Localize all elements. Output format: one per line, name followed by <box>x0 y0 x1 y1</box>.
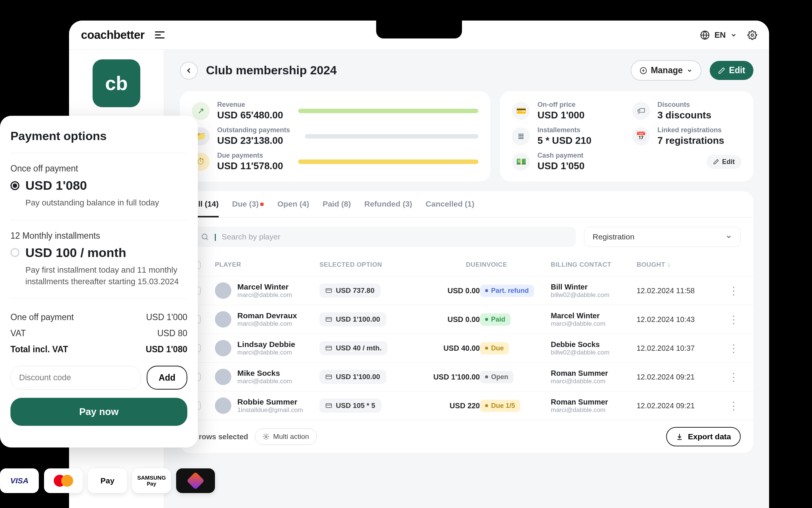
col-invoice[interactable]: INVOICE <box>480 261 551 269</box>
pay-now-button[interactable]: Pay now <box>10 398 187 426</box>
status-tabs: All (14) Due (3) Open (4) Paid (8) Refun… <box>180 191 753 218</box>
row-menu-icon[interactable]: ⋮ <box>722 313 745 326</box>
due-amount: USD 40.00 <box>409 344 480 353</box>
billing-contact-email: marci@dabble.com <box>551 378 637 385</box>
tab-refunded[interactable]: Refunded (3) <box>364 199 412 217</box>
selected-option-chip: USD 1'100.00 <box>319 370 386 384</box>
svg-rect-8 <box>326 404 332 408</box>
multi-action-button[interactable]: Multi action <box>255 428 317 445</box>
page-title: Club membership 2024 <box>206 64 622 77</box>
tab-open[interactable]: Open (4) <box>277 199 309 217</box>
outstanding-label: Outstanding payments <box>217 126 290 134</box>
due-value: USD 11'578.00 <box>217 160 283 172</box>
club-logo[interactable]: cb <box>93 59 140 107</box>
payment-summary: One off paymentUSD 1'000 VATUSD 80 Total… <box>10 298 187 437</box>
invoice-badge: Part. refund <box>480 285 534 297</box>
chevron-down-icon <box>725 233 732 240</box>
due-amount: USD 220 <box>409 402 480 410</box>
filter-dropdown[interactable]: Registration <box>584 227 741 247</box>
selected-option-chip: USD 105 * 5 <box>319 399 381 413</box>
pencil-icon <box>718 67 725 74</box>
once-off-option[interactable]: Once off payment USD 1'080 Pay outstandi… <box>10 153 187 220</box>
edit-price-button[interactable]: Edit <box>706 155 741 169</box>
trend-up-icon: ↗ <box>192 102 210 120</box>
settings-gear-icon[interactable] <box>747 30 757 40</box>
revenue-value: USD 65'480.00 <box>217 109 283 121</box>
table-row[interactable]: Marcel Wintermarci@dabble.com USD 737.80… <box>180 276 753 305</box>
rows-selected-label: 0 rows selected <box>193 433 248 441</box>
svg-point-9 <box>265 436 267 438</box>
gear-icon <box>263 433 269 440</box>
tab-paid[interactable]: Paid (8) <box>322 199 351 217</box>
menu-toggle-icon[interactable] <box>155 31 165 38</box>
row-menu-icon[interactable]: ⋮ <box>722 400 745 412</box>
payment-options-card: Payment options Once off payment USD 1'0… <box>0 116 198 447</box>
due-label: Due payments <box>217 152 283 159</box>
brand-logo: coachbetter <box>81 28 144 42</box>
col-player[interactable]: PLAYER <box>215 261 319 269</box>
col-billing-contact[interactable]: BILLING CONTACT <box>551 261 637 269</box>
billing-contact-email: billw02@dabble.com <box>551 349 637 356</box>
discount-code-input[interactable] <box>10 366 141 390</box>
bought-timestamp: 12.02.2024 10:37 <box>637 344 722 353</box>
table-row[interactable]: Roman Devrauxmarci@dabble.com USD 1'100.… <box>180 305 753 334</box>
col-bought[interactable]: BOUGHT ↓ <box>637 261 722 269</box>
pencil-icon <box>713 159 719 165</box>
table-header: PLAYER SELECTED OPTION DUE INVOICE BILLI… <box>180 256 753 276</box>
table-footer: 0 rows selected Multi action Export data <box>180 420 753 453</box>
selected-option-chip: USD 40 / mth. <box>319 341 387 355</box>
payment-method-badges: VISA Pay SAMSUNGPay <box>0 468 215 493</box>
add-discount-button[interactable]: Add <box>147 366 187 390</box>
table-row[interactable]: Mike Socksmarci@dabble.com USD 1'100.00 … <box>180 362 753 391</box>
calendar-icon: 📅 <box>632 127 650 145</box>
billing-contact-name: Roman Summer <box>551 369 637 378</box>
card-icon <box>325 287 332 294</box>
table-row[interactable]: Lindsay Debbiemarci@dabble.com USD 40 / … <box>180 334 753 362</box>
stats-row: ↗ Revenue USD 65'480.00 📁 Outstanding pa… <box>180 91 753 182</box>
tab-due[interactable]: Due (3) <box>232 199 264 217</box>
table-filters: | Search by player Registration <box>180 218 753 256</box>
radio-selected-icon[interactable] <box>10 181 19 190</box>
invoice-badge: Open <box>480 371 513 383</box>
billing-contact-email: marci@dabble.com <box>551 406 637 414</box>
layers-icon: ≣ <box>512 127 530 145</box>
avatar <box>215 311 231 328</box>
export-button[interactable]: Export data <box>666 427 741 446</box>
edit-button[interactable]: Edit <box>710 61 753 80</box>
globe-icon <box>700 30 710 40</box>
avatar <box>215 369 231 385</box>
card-icon <box>325 402 332 409</box>
revenue-label: Revenue <box>217 101 283 109</box>
table-row[interactable]: Robbie Summer1installdue@gmail.com USD 1… <box>180 391 753 420</box>
player-name: Robbie Summer <box>237 397 303 406</box>
avatar <box>215 282 231 299</box>
language-selector[interactable]: EN <box>700 30 737 40</box>
billing-contact-email: billw02@dabble.com <box>551 291 637 299</box>
player-name: Mike Socks <box>237 369 292 378</box>
cash-icon: 💵 <box>512 153 530 171</box>
radio-unselected-icon[interactable] <box>10 248 19 257</box>
row-menu-icon[interactable]: ⋮ <box>722 342 745 354</box>
tab-cancelled[interactable]: Cancelled (1) <box>426 199 475 217</box>
back-button[interactable] <box>180 62 198 80</box>
row-menu-icon[interactable]: ⋮ <box>722 371 745 383</box>
visa-badge: VISA <box>0 468 39 493</box>
installments-option[interactable]: 12 Monthly installments USD 100 / month … <box>10 220 187 299</box>
svg-rect-5 <box>326 318 332 322</box>
card-icon <box>325 316 332 323</box>
row-menu-icon[interactable]: ⋮ <box>722 285 745 297</box>
col-due[interactable]: DUE <box>409 261 480 269</box>
card-icon <box>325 345 332 351</box>
due-amount: USD 0.00 <box>409 286 480 295</box>
player-email: marci@dabble.com <box>237 378 292 385</box>
player-email: 1installdue@gmail.com <box>237 406 303 414</box>
language-code: EN <box>714 30 726 40</box>
manage-button[interactable]: Manage <box>631 60 702 81</box>
bought-timestamp: 12.02.2024 10:43 <box>637 315 722 324</box>
col-selected-option[interactable]: SELECTED OPTION <box>319 261 409 269</box>
svg-point-3 <box>202 234 207 239</box>
manage-icon <box>640 67 647 74</box>
search-input[interactable]: | Search by player <box>193 227 576 247</box>
search-icon <box>201 233 209 241</box>
svg-rect-6 <box>326 346 332 350</box>
